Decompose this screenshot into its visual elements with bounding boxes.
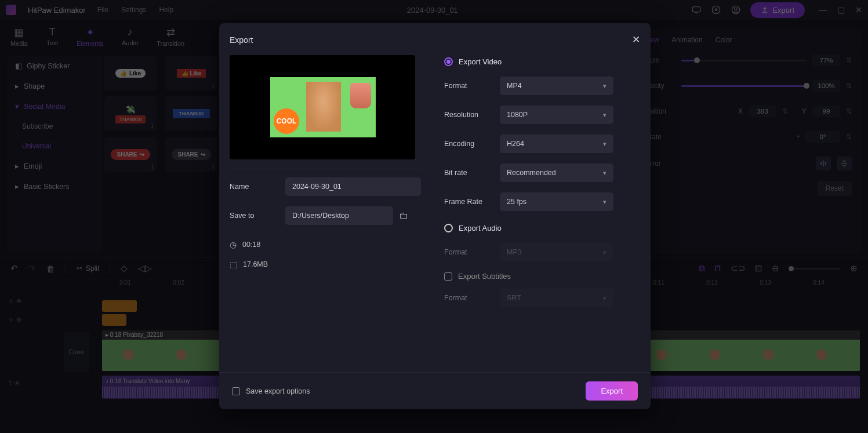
modal-title: Export bbox=[230, 35, 253, 45]
chevron-down-icon: ▾ bbox=[603, 198, 606, 206]
save-options-label: Save export options bbox=[246, 387, 310, 395]
duration-value: 00:18 bbox=[242, 241, 260, 249]
export-video-radio[interactable] bbox=[444, 57, 453, 66]
framerate-select[interactable]: 25 fps▾ bbox=[500, 192, 613, 211]
sub-format-select: SRT▾ bbox=[500, 289, 613, 307]
export-modal: Export ✕ COOL Name Save to🗀 ◷00:18 ⬚17.6… bbox=[219, 23, 651, 409]
resolution-label: Resolution bbox=[444, 111, 494, 119]
encoding-select[interactable]: H264▾ bbox=[500, 134, 613, 153]
bitrate-select[interactable]: Recommended▾ bbox=[500, 163, 613, 182]
audio-format-select: MP3▾ bbox=[500, 243, 613, 261]
resolution-select[interactable]: 1080P▾ bbox=[500, 105, 613, 124]
encoding-label: Encoding bbox=[444, 140, 494, 148]
folder-icon[interactable]: 🗀 bbox=[399, 210, 412, 221]
name-label: Name bbox=[230, 183, 279, 191]
clock-icon: ◷ bbox=[230, 240, 237, 249]
name-input[interactable] bbox=[285, 177, 421, 196]
save-options-checkbox[interactable] bbox=[232, 387, 240, 395]
export-subtitles-label: Export Subtitles bbox=[458, 272, 511, 281]
export-audio-radio[interactable] bbox=[444, 224, 453, 232]
format-label: Format bbox=[444, 82, 494, 90]
chevron-down-icon: ▾ bbox=[603, 111, 606, 119]
disk-icon: ⬚ bbox=[230, 260, 237, 269]
filesize-value: 17.6MB bbox=[243, 260, 268, 268]
export-confirm-button[interactable]: Export bbox=[586, 381, 638, 401]
saveto-input[interactable] bbox=[285, 206, 393, 225]
export-preview: COOL bbox=[230, 55, 415, 159]
audio-format-label: Format bbox=[444, 248, 494, 256]
chevron-down-icon: ▾ bbox=[603, 82, 606, 90]
format-select[interactable]: MP4▾ bbox=[500, 77, 613, 95]
framerate-label: Frame Rate bbox=[444, 198, 494, 206]
chevron-down-icon: ▾ bbox=[603, 169, 606, 177]
export-audio-label: Export Audio bbox=[459, 224, 502, 232]
export-video-label: Export Video bbox=[459, 57, 502, 66]
bitrate-label: Bit rate bbox=[444, 169, 494, 177]
sub-format-label: Format bbox=[444, 294, 494, 302]
modal-close-button[interactable]: ✕ bbox=[632, 34, 640, 46]
saveto-label: Save to bbox=[230, 212, 279, 220]
export-subtitles-checkbox[interactable] bbox=[444, 272, 452, 281]
chevron-down-icon: ▾ bbox=[603, 140, 606, 148]
